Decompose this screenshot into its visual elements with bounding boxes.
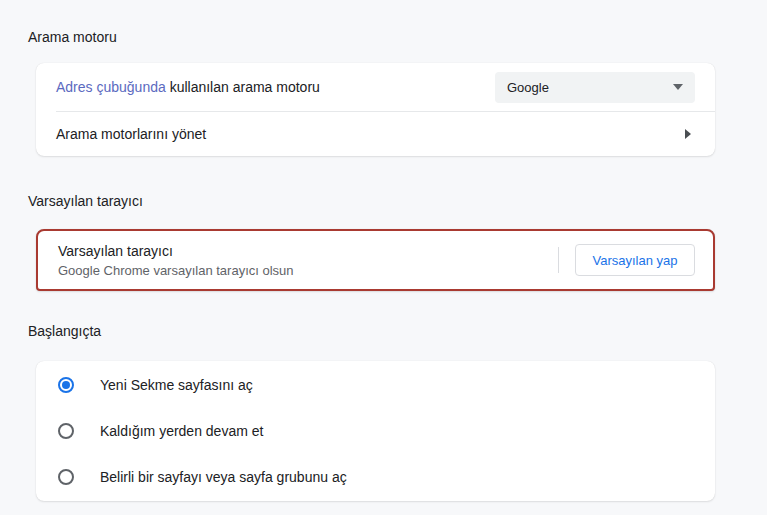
chrome-settings-page: Arama motoru Adres çubuğunda kullanılan … [0,0,767,501]
manage-search-engines-label: Arama motorlarını yönet [56,126,206,142]
default-browser-text: Varsayılan tarayıcı Google Chrome varsay… [38,243,294,278]
vertical-divider [558,247,559,273]
startup-option-label: Yeni Sekme sayfasını aç [100,377,253,393]
chevron-down-icon [673,84,683,90]
search-engine-row: Adres çubuğunda kullanılan arama motoru … [36,63,715,111]
default-browser-card: Varsayılan tarayıcı Google Chrome varsay… [36,229,715,291]
section-header-startup: Başlangıçta [28,323,767,339]
search-engine-dropdown-value: Google [507,80,549,95]
default-browser-title: Varsayılan tarayıcı [58,243,294,259]
default-browser-subtitle: Google Chrome varsayılan tarayıcı olsun [58,263,294,278]
startup-option-continue[interactable]: Kaldığım yerden devam et [36,408,715,454]
make-default-button[interactable]: Varsayılan yap [575,244,695,276]
section-header-search-engine: Arama motoru [28,29,767,45]
startup-card: Yeni Sekme sayfasını aç Kaldığım yerden … [36,361,715,501]
search-engine-label-rest: kullanılan arama motoru [166,79,320,95]
radio-icon[interactable] [58,469,74,485]
search-engine-card: Adres çubuğunda kullanılan arama motoru … [36,63,715,156]
startup-option-new-tab[interactable]: Yeni Sekme sayfasını aç [36,362,715,408]
address-bar-link[interactable]: Adres çubuğunda [56,79,166,95]
radio-icon[interactable] [58,423,74,439]
arrow-right-icon [685,129,691,139]
radio-icon[interactable] [58,377,74,393]
section-header-default-browser: Varsayılan tarayıcı [28,193,767,209]
search-engine-dropdown[interactable]: Google [495,72,695,103]
startup-option-label: Kaldığım yerden devam et [100,423,263,439]
startup-option-specific-pages[interactable]: Belirli bir sayfayı veya sayfa grubunu a… [36,454,715,500]
search-engine-label: Adres çubuğunda kullanılan arama motoru [56,79,320,95]
startup-option-label: Belirli bir sayfayı veya sayfa grubunu a… [100,469,347,485]
manage-search-engines-row[interactable]: Arama motorlarını yönet [36,112,715,156]
